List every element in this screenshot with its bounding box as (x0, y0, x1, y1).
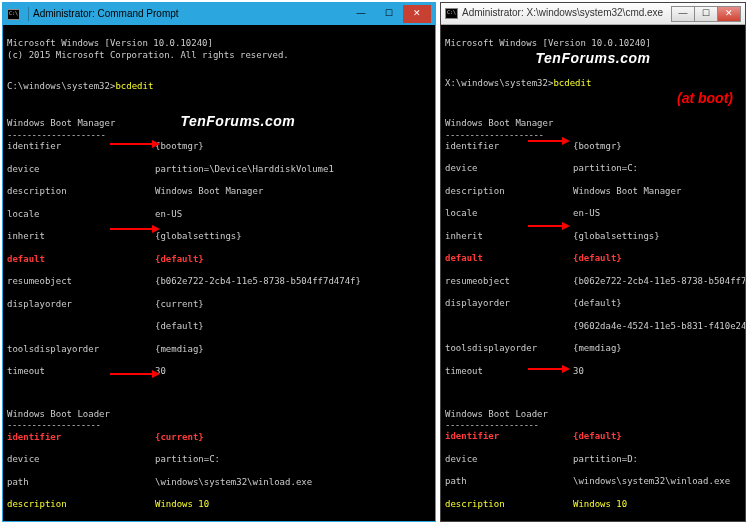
window-controls: — ☐ ✕ (672, 6, 741, 22)
key: device (445, 163, 573, 174)
key-highlight: identifier (7, 432, 155, 443)
key: device (445, 454, 573, 465)
divider: -------------------- (7, 130, 105, 140)
key-highlight: identifier (445, 431, 573, 442)
key: resumeobject (7, 276, 155, 287)
prompt: X:\windows\system32> (445, 78, 553, 88)
val-highlight: {default} (573, 431, 622, 442)
titlebar[interactable]: Administrator: X:\windows\system32\cmd.e… (441, 3, 745, 25)
val: partition=D: (573, 454, 638, 465)
val: \windows\system32\winload.exe (573, 476, 730, 487)
key: locale (445, 208, 573, 219)
key: device (7, 164, 155, 175)
banner-line: Microsoft Windows [Version 10.0.10240] (7, 38, 213, 48)
val: {memdiag} (573, 343, 622, 354)
key-highlight: default (7, 254, 155, 265)
minimize-button[interactable]: — (671, 6, 695, 22)
val: partition=\Device\HarddiskVolume1 (155, 164, 334, 175)
key: locale (7, 209, 155, 220)
key: displayorder (445, 298, 573, 309)
arrow-icon (528, 365, 570, 373)
key (7, 321, 155, 332)
at-boot-label: (at boot) (677, 90, 733, 106)
val-highlight: {default} (155, 254, 204, 265)
arrow-icon (110, 370, 160, 378)
section-title: Windows Boot Loader (445, 409, 548, 419)
val: {globalsettings} (155, 231, 242, 242)
key: description (445, 186, 573, 197)
key: device (7, 454, 155, 465)
key-highlight: description (7, 499, 155, 510)
minimize-button[interactable]: — (347, 5, 375, 23)
watermark: TenForums.com (536, 50, 651, 66)
val: 30 (573, 366, 584, 377)
val: {bootmgr} (573, 141, 622, 152)
key: path (445, 476, 573, 487)
divider: ------------------- (7, 420, 100, 430)
window-title: Administrator: X:\windows\system32\cmd.e… (462, 7, 672, 20)
section-title: Windows Boot Manager (7, 118, 115, 128)
arrow-icon (528, 222, 570, 230)
window-title: Administrator: Command Prompt (33, 8, 347, 21)
section-title: Windows Boot Manager (445, 118, 553, 128)
banner-line: Microsoft Windows [Version 10.0.10240] (445, 38, 651, 48)
maximize-button[interactable]: ☐ (375, 5, 403, 23)
close-button[interactable]: ✕ (717, 6, 741, 22)
val-highlight: Windows 10 (573, 499, 627, 510)
close-button[interactable]: ✕ (403, 5, 431, 23)
key-highlight: description (445, 499, 573, 510)
titlebar[interactable]: Administrator: Command Prompt — ☐ ✕ (3, 3, 435, 25)
key: displayorder (7, 299, 155, 310)
val: {current} (155, 299, 204, 310)
key: toolsdisplayorder (7, 344, 155, 355)
val: {default} (573, 298, 622, 309)
val: {default} (155, 321, 204, 332)
arrow-icon (528, 137, 570, 145)
key-highlight: default (445, 253, 573, 264)
banner-line: (c) 2015 Microsoft Corporation. All righ… (7, 50, 289, 60)
val: {9602da4e-4524-11e5-b831-f410e240349c} (573, 321, 745, 332)
val: {bootmgr} (155, 141, 204, 152)
window-controls: — ☐ ✕ (347, 5, 431, 23)
val: {memdiag} (155, 344, 204, 355)
watermark: TenForums.com (180, 113, 295, 129)
separator (28, 7, 29, 21)
maximize-button[interactable]: ☐ (694, 6, 718, 22)
terminal-output[interactable]: Microsoft Windows [Version 10.0.10240] T… (441, 25, 745, 521)
key: inherit (445, 231, 573, 242)
section-title: Windows Boot Loader (7, 409, 110, 419)
val: partition=C: (573, 163, 638, 174)
val-highlight: {default} (573, 253, 622, 264)
divider: ------------------- (445, 420, 538, 430)
val: {b062e722-2cb4-11e5-8738-b504ff7d474f} (573, 276, 745, 287)
key: description (7, 186, 155, 197)
key: path (7, 477, 155, 488)
arrow-icon (110, 140, 160, 148)
terminal-output[interactable]: Microsoft Windows [Version 10.0.10240] (… (3, 25, 435, 521)
prompt: C:\windows\system32> (7, 81, 115, 91)
cmd-icon (445, 8, 458, 19)
val: \windows\system32\winload.exe (155, 477, 312, 488)
command: bcdedit (115, 81, 153, 91)
val: {b062e722-2cb4-11e5-8738-b504ff7d474f} (155, 276, 361, 287)
cmd-window-1: Administrator: Command Prompt — ☐ ✕ Micr… (2, 2, 436, 522)
val: en-US (573, 208, 600, 219)
val: en-US (155, 209, 182, 220)
arrow-icon (110, 225, 160, 233)
val-highlight: {current} (155, 432, 204, 443)
val: Windows Boot Manager (573, 186, 681, 197)
val: Windows Boot Manager (155, 186, 263, 197)
val: partition=C: (155, 454, 220, 465)
key: resumeobject (445, 276, 573, 287)
command: bcdedit (553, 78, 591, 88)
key: toolsdisplayorder (445, 343, 573, 354)
cmd-icon (7, 9, 20, 20)
val-highlight: Windows 10 (155, 499, 209, 510)
val: {globalsettings} (573, 231, 660, 242)
key (445, 321, 573, 332)
cmd-window-2: Administrator: X:\windows\system32\cmd.e… (440, 2, 746, 522)
